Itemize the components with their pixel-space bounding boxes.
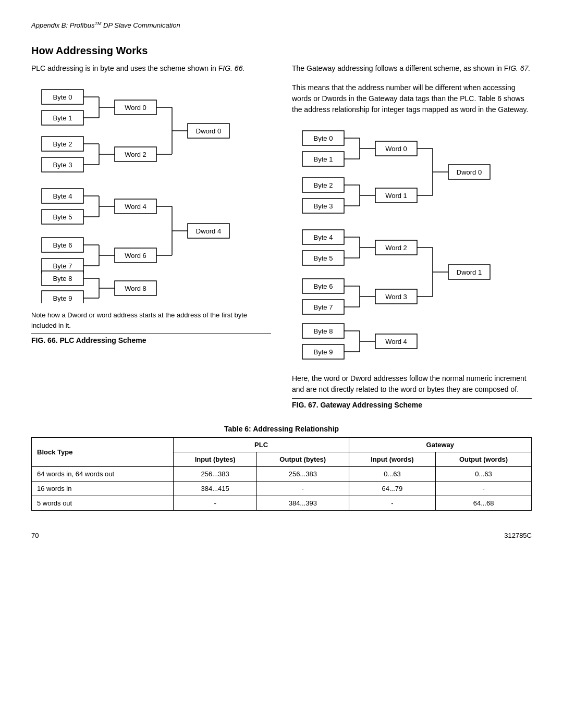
page-header: Appendix B: ProfibusTM DP Slave Communic… (31, 21, 532, 29)
gateway-note: Here, the word or Dword addresses follow… (292, 373, 532, 395)
svg-text:Byte 7: Byte 7 (314, 303, 333, 311)
row1-output-bytes: 256...383 (256, 467, 349, 482)
svg-text:Byte 5: Byte 5 (53, 213, 72, 221)
gw-header: Gateway (349, 438, 531, 452)
section-title: How Addressing Works (31, 45, 532, 57)
row1-block: 64 words in, 64 words out (32, 467, 174, 482)
row3-input-bytes: - (174, 496, 256, 511)
row3-block: 5 words out (32, 496, 174, 511)
svg-text:Byte 6: Byte 6 (53, 241, 72, 249)
svg-text:Word 0: Word 0 (125, 104, 146, 112)
row3-input-words: - (349, 496, 435, 511)
svg-text:Word 4: Word 4 (385, 338, 407, 346)
svg-text:Dword 0: Dword 0 (196, 127, 221, 135)
svg-text:Word 8: Word 8 (125, 285, 146, 292)
svg-text:Byte 2: Byte 2 (53, 140, 72, 148)
svg-text:Word 6: Word 6 (125, 252, 146, 260)
svg-text:Byte 7: Byte 7 (53, 262, 72, 270)
svg-text:Word 0: Word 0 (385, 145, 407, 153)
table-row: 64 words in, 64 words out 256...383 256.… (32, 467, 532, 482)
table-row: 16 words in 384...415 - 64...79 - (32, 482, 532, 496)
svg-text:Byte 8: Byte 8 (314, 327, 333, 335)
svg-text:Word 2: Word 2 (125, 151, 146, 158)
svg-text:Byte 3: Byte 3 (53, 161, 72, 169)
header-superscript: TM (94, 21, 101, 26)
table-row: 5 words out - 384...393 - 64...68 (32, 496, 532, 511)
svg-text:Byte 9: Byte 9 (314, 348, 333, 356)
plc-diagram-svg: Byte 0 Byte 1 Word 0 Byte 2 Byte 3 (36, 84, 240, 303)
svg-text:Word 2: Word 2 (385, 244, 407, 252)
gw-diagram-svg: Byte 0 Byte 1 Word 0 Byte 2 Byte 3 (297, 126, 500, 365)
svg-text:Byte 5: Byte 5 (314, 254, 333, 262)
row3-output-words: 64...68 (436, 496, 532, 511)
svg-text:Byte 9: Byte 9 (53, 294, 72, 302)
input-words-header: Input (words) (349, 452, 435, 467)
row2-input-bytes: 384...415 (174, 482, 256, 496)
svg-text:Byte 0: Byte 0 (314, 134, 333, 142)
svg-text:Word 4: Word 4 (125, 203, 146, 211)
row3-output-bytes: 384...393 (256, 496, 349, 511)
output-bytes-header: Output (bytes) (256, 452, 349, 467)
output-words-header: Output (words) (436, 452, 532, 467)
row2-output-words: - (436, 482, 532, 496)
right-column: The Gateway addressing follows a differe… (292, 63, 532, 409)
gw-fig-label: FIG. 67. Gateway Addressing Scheme (292, 398, 532, 409)
header-text2: DP Slave Communication (101, 21, 180, 29)
header-text: Appendix B: Profibus (31, 21, 94, 29)
page-footer: 70 312785C (31, 532, 532, 539)
addressing-table: Block Type PLC Gateway Input (bytes) Out… (31, 437, 532, 511)
svg-text:Byte 3: Byte 3 (314, 202, 333, 210)
row1-output-words: 0...63 (436, 467, 532, 482)
row1-input-bytes: 256...383 (174, 467, 256, 482)
svg-text:Dword 0: Dword 0 (457, 168, 482, 176)
left-intro: PLC addressing is in byte and uses the s… (31, 63, 271, 74)
footer-doc-number: 312785C (504, 532, 532, 539)
right-para1: The Gateway addressing follows a differe… (292, 63, 532, 74)
row2-input-words: 64...79 (349, 482, 435, 496)
block-type-header: Block Type (32, 438, 174, 467)
svg-text:Byte 1: Byte 1 (314, 155, 333, 163)
plc-fig-label: FIG. 66. PLC Addressing Scheme (31, 334, 271, 344)
svg-text:Byte 6: Byte 6 (314, 282, 333, 290)
svg-text:Dword 1: Dword 1 (457, 268, 482, 276)
svg-text:Byte 4: Byte 4 (314, 233, 333, 241)
left-column: PLC addressing is in byte and uses the s… (31, 63, 271, 409)
svg-text:Dword 4: Dword 4 (196, 227, 221, 235)
plc-header: PLC (174, 438, 349, 452)
plc-diagram: Byte 0 Byte 1 Word 0 Byte 2 Byte 3 (36, 84, 271, 305)
svg-text:Byte 2: Byte 2 (314, 181, 333, 189)
svg-text:Byte 4: Byte 4 (53, 192, 72, 200)
row1-input-words: 0...63 (349, 467, 435, 482)
table-section: Table 6: Addressing Relationship Block T… (31, 425, 532, 511)
svg-text:Byte 8: Byte 8 (53, 275, 72, 282)
row2-block: 16 words in (32, 482, 174, 496)
table-title: Table 6: Addressing Relationship (31, 425, 532, 433)
svg-text:Byte 0: Byte 0 (53, 93, 72, 101)
left-note: Note how a Dword or word address starts … (31, 310, 271, 330)
row2-output-bytes: - (256, 482, 349, 496)
svg-text:Byte 1: Byte 1 (53, 114, 72, 122)
svg-text:Word 1: Word 1 (385, 192, 407, 200)
right-para2: This means that the address number will … (292, 82, 532, 115)
input-bytes-header: Input (bytes) (174, 452, 256, 467)
footer-page-number: 70 (31, 532, 39, 539)
gw-diagram: Byte 0 Byte 1 Word 0 Byte 2 Byte 3 (297, 126, 532, 367)
svg-text:Word 3: Word 3 (385, 293, 407, 301)
